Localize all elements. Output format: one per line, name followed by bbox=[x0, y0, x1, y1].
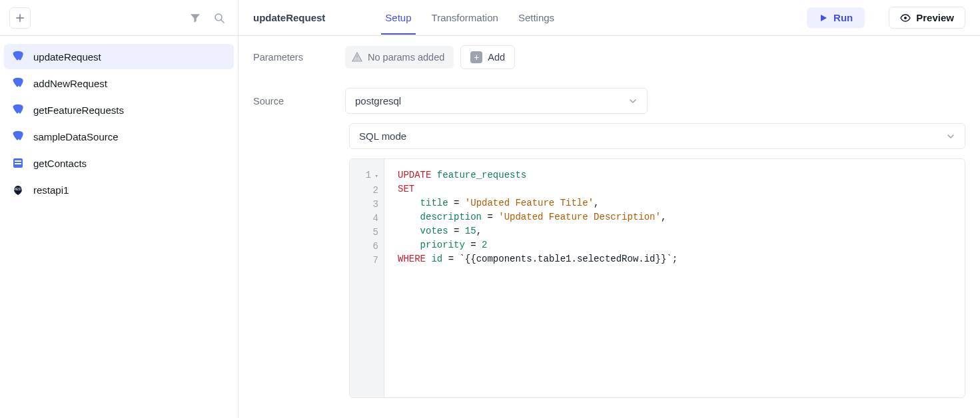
svg-rect-3 bbox=[15, 163, 21, 164]
filter-icon bbox=[190, 13, 201, 23]
restapi-icon: REST bbox=[12, 184, 24, 196]
search-icon bbox=[214, 13, 225, 23]
query-item-getfeaturerequests[interactable]: getFeatureRequests bbox=[4, 97, 234, 122]
query-title: updateRequest bbox=[253, 12, 325, 23]
line-number: 3 bbox=[355, 198, 378, 212]
line-number: 5 bbox=[355, 226, 378, 240]
postgres-icon bbox=[12, 77, 24, 89]
postgres-icon bbox=[12, 104, 24, 116]
warning-icon bbox=[352, 52, 362, 63]
query-item-updaterequest[interactable]: updateRequest bbox=[4, 44, 234, 69]
line-number: 1 bbox=[355, 168, 378, 184]
eye-icon bbox=[900, 13, 911, 23]
mode-value: SQL mode bbox=[359, 130, 406, 142]
editor-gutter: 1 2 3 4 5 6 7 bbox=[350, 159, 384, 397]
source-select[interactable]: postgresql bbox=[345, 88, 648, 114]
tab-label: Transformation bbox=[432, 12, 498, 23]
plus-badge-icon: + bbox=[470, 51, 482, 63]
chevron-down-icon bbox=[628, 97, 638, 106]
topbar: updateRequest Setup Transformation Setti… bbox=[239, 0, 980, 36]
tab-settings[interactable]: Settings bbox=[517, 1, 556, 34]
tab-setup[interactable]: Setup bbox=[384, 1, 412, 34]
query-item-label: sampleDataSource bbox=[33, 131, 119, 142]
plus-icon bbox=[15, 13, 25, 23]
query-item-getcontacts[interactable]: getContacts bbox=[4, 150, 234, 176]
content: Parameters No params added + Add Source bbox=[239, 36, 980, 418]
run-button[interactable]: Run bbox=[807, 7, 865, 28]
main: updateRequest Setup Transformation Setti… bbox=[239, 0, 980, 418]
tabs: Setup Transformation Settings bbox=[384, 0, 556, 35]
editor: 1 2 3 4 5 6 7 UPDATE feature_requests SE… bbox=[239, 158, 980, 407]
row-parameters: Parameters No params added + Add bbox=[239, 36, 980, 79]
search-button[interactable] bbox=[210, 9, 229, 27]
svg-text:REST: REST bbox=[13, 187, 22, 191]
svg-point-5 bbox=[904, 17, 907, 19]
row-source: Source postgresql bbox=[239, 79, 980, 123]
preview-button[interactable]: Preview bbox=[889, 7, 965, 29]
mode-select[interactable]: SQL mode bbox=[349, 123, 965, 149]
no-params-badge: No params added bbox=[345, 46, 454, 69]
filter-button[interactable] bbox=[186, 9, 205, 27]
tab-transformation[interactable]: Transformation bbox=[430, 1, 500, 34]
add-label: Add bbox=[488, 52, 505, 63]
run-label: Run bbox=[833, 12, 853, 23]
add-param-button[interactable]: + Add bbox=[460, 45, 515, 69]
query-item-sampledatasource[interactable]: sampleDataSource bbox=[4, 124, 234, 149]
query-item-label: getFeatureRequests bbox=[33, 104, 124, 116]
tab-label: Setup bbox=[385, 12, 411, 23]
svg-rect-2 bbox=[15, 160, 21, 162]
source-value: postgresql bbox=[355, 95, 401, 106]
sheets-icon bbox=[12, 157, 24, 169]
query-item-label: updateRequest bbox=[33, 51, 101, 63]
query-item-addnewrequest[interactable]: addNewRequest bbox=[4, 71, 234, 96]
postgres-icon bbox=[12, 130, 24, 142]
query-item-label: restapi1 bbox=[33, 184, 69, 196]
line-number: 2 bbox=[355, 184, 378, 198]
tab-label: Settings bbox=[518, 12, 554, 23]
row-mode: SQL mode bbox=[239, 123, 980, 158]
parameters-label: Parameters bbox=[253, 52, 334, 63]
postgres-icon bbox=[12, 51, 24, 63]
chevron-down-icon bbox=[946, 132, 955, 141]
add-query-button[interactable] bbox=[9, 7, 31, 29]
query-item-restapi1[interactable]: REST restapi1 bbox=[4, 177, 234, 202]
sidebar: updateRequest addNewRequest getFeatureRe… bbox=[0, 0, 239, 418]
line-number: 6 bbox=[355, 240, 378, 254]
sidebar-toolbar bbox=[0, 0, 238, 36]
query-item-label: getContacts bbox=[33, 158, 87, 169]
code-editor[interactable]: UPDATE feature_requests SET title = 'Upd… bbox=[384, 159, 965, 397]
line-number: 4 bbox=[355, 212, 378, 226]
preview-label: Preview bbox=[916, 12, 954, 23]
query-list: updateRequest addNewRequest getFeatureRe… bbox=[0, 36, 238, 418]
no-params-text: No params added bbox=[368, 52, 444, 63]
source-label: Source bbox=[253, 96, 334, 106]
play-icon bbox=[819, 13, 828, 23]
query-item-label: addNewRequest bbox=[33, 78, 107, 89]
line-number: 7 bbox=[355, 254, 378, 268]
